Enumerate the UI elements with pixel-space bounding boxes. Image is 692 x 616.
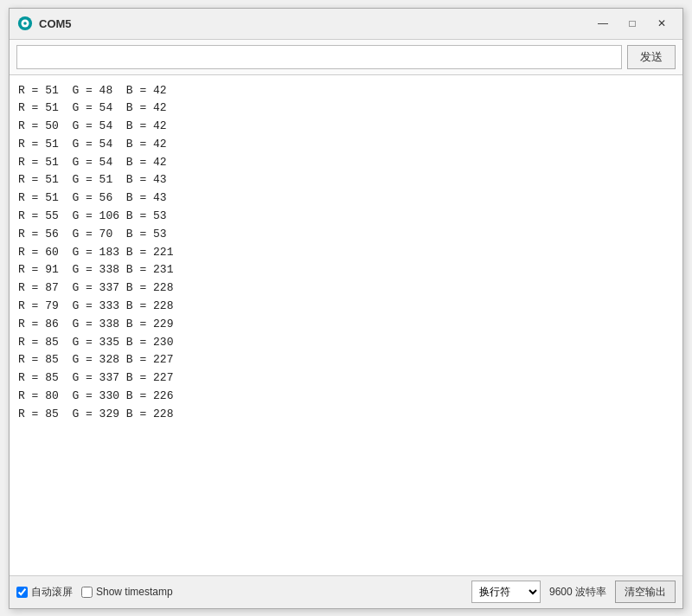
serial-line: R = 55 G = 106 B = 53 (18, 208, 674, 226)
svg-point-2 (23, 22, 27, 25)
line-ending-dropdown[interactable]: 换行符无行尾回车符NL & CR (471, 581, 541, 603)
show-timestamp-label: Show timestamp (96, 586, 173, 598)
serial-line: R = 80 G = 330 B = 226 (18, 388, 674, 406)
serial-line: R = 85 G = 329 B = 228 (18, 406, 674, 424)
serial-line: R = 60 G = 183 B = 221 (18, 244, 674, 262)
maximize-button[interactable]: □ (618, 13, 646, 34)
auto-scroll-checkbox[interactable] (16, 587, 28, 598)
window-controls: — □ ✕ (589, 13, 676, 34)
status-bar: 自动滚屏 Show timestamp 换行符无行尾回车符NL & CR 960… (10, 575, 682, 608)
serial-line: R = 85 G = 335 B = 230 (18, 334, 674, 352)
serial-line: R = 51 G = 54 B = 42 (18, 136, 674, 154)
show-timestamp-group: Show timestamp (81, 586, 173, 598)
auto-scroll-label: 自动滚屏 (31, 585, 73, 600)
serial-line: R = 85 G = 328 B = 227 (18, 351, 674, 369)
show-timestamp-checkbox[interactable] (81, 587, 93, 598)
serial-line: R = 87 G = 337 B = 228 (18, 279, 674, 298)
serial-line: R = 51 G = 54 B = 42 (18, 99, 674, 118)
input-bar: 发送 (10, 40, 682, 75)
serial-line: R = 51 G = 51 B = 43 (18, 171, 674, 189)
serial-line: R = 51 G = 56 B = 43 (18, 189, 674, 208)
serial-line: R = 56 G = 70 B = 53 (18, 226, 674, 244)
serial-line: R = 85 G = 337 B = 227 (18, 369, 674, 388)
serial-line: R = 86 G = 338 B = 229 (18, 316, 674, 334)
minimize-button[interactable]: — (589, 13, 617, 34)
baud-rate-label: 9600 波特率 (549, 585, 606, 600)
serial-line: R = 51 G = 48 B = 42 (18, 82, 674, 100)
auto-scroll-group: 自动滚屏 (16, 585, 73, 600)
close-button[interactable]: ✕ (648, 13, 676, 34)
window-title: COM5 (39, 17, 589, 30)
app-icon (16, 15, 34, 32)
send-button[interactable]: 发送 (627, 45, 676, 69)
serial-monitor-window: COM5 — □ ✕ 发送 R = 51 G = 48 B = 42R = 51… (9, 8, 683, 609)
serial-output-area[interactable]: R = 51 G = 48 B = 42R = 51 G = 54 B = 42… (10, 75, 682, 575)
serial-input[interactable] (16, 45, 622, 69)
clear-output-button[interactable]: 清空输出 (615, 581, 676, 603)
serial-line: R = 50 G = 54 B = 42 (18, 118, 674, 136)
serial-line: R = 91 G = 338 B = 231 (18, 261, 674, 279)
serial-line: R = 79 G = 333 B = 228 (18, 298, 674, 316)
serial-line: R = 51 G = 54 B = 42 (18, 154, 674, 172)
title-bar: COM5 — □ ✕ (10, 9, 682, 40)
